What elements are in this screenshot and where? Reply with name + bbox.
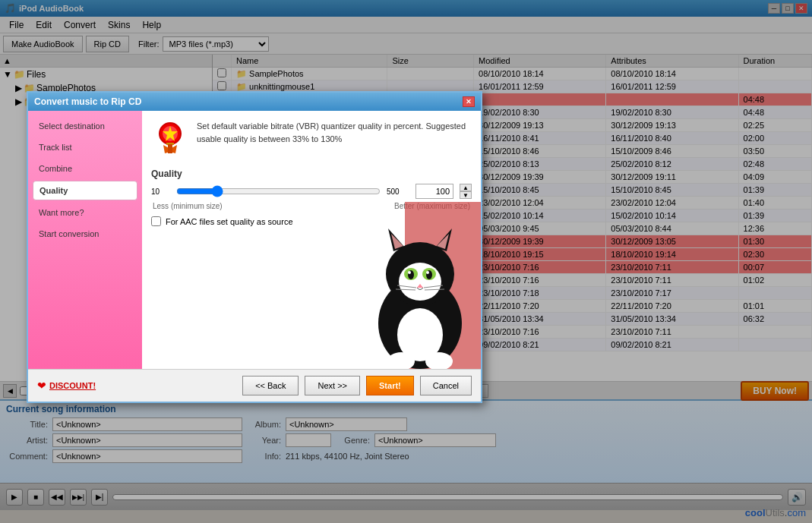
discount-link[interactable]: ❤ DISCOUNT! bbox=[37, 380, 96, 392]
dialog-content: Set default variable bitrate (VBR) quant… bbox=[142, 111, 481, 369]
start-button[interactable]: Start! bbox=[366, 376, 414, 395]
sidebar-item-destination[interactable]: Select destination bbox=[33, 117, 137, 135]
award-icon bbox=[151, 120, 189, 158]
aac-label: For AAC files set quality as source bbox=[166, 217, 293, 226]
back-button[interactable]: << Back bbox=[242, 376, 299, 395]
sidebar-item-quality[interactable]: Quality bbox=[33, 181, 137, 200]
svg-point-10 bbox=[399, 263, 441, 301]
quality-slider[interactable] bbox=[176, 186, 381, 197]
dialog-body: Select destination Track list Combine Qu… bbox=[28, 111, 481, 369]
dialog-close-button[interactable]: ✕ bbox=[463, 96, 475, 107]
sidebar-item-start-conversion[interactable]: Start conversion bbox=[33, 225, 137, 243]
quality-number-input[interactable] bbox=[415, 184, 453, 199]
heart-icon: ❤ bbox=[37, 380, 46, 392]
slider-row: 10 500 ▲ ▼ bbox=[151, 184, 472, 199]
sidebar-item-want-more[interactable]: Want more? bbox=[33, 203, 137, 222]
sidebar-item-combine[interactable]: Combine bbox=[33, 159, 137, 178]
discount-label: DISCOUNT! bbox=[49, 381, 96, 390]
convert-dialog: Convert music to Rip CD ✕ Select destina… bbox=[27, 91, 482, 403]
less-label: Less (minimum size) bbox=[153, 202, 223, 210]
slider-min-value: 10 bbox=[151, 187, 170, 196]
aac-checkbox[interactable] bbox=[151, 216, 161, 226]
svg-rect-5 bbox=[168, 144, 172, 153]
svg-point-20 bbox=[426, 271, 429, 274]
next-button[interactable]: Next >> bbox=[305, 376, 360, 395]
quality-section-title: Quality bbox=[151, 169, 472, 179]
modal-overlay: Convert music to Rip CD ✕ Select destina… bbox=[0, 0, 812, 523]
spinner-up-button[interactable]: ▲ bbox=[460, 184, 472, 191]
quality-info: Set default variable bitrate (VBR) quant… bbox=[151, 120, 472, 158]
spinner-down-button[interactable]: ▼ bbox=[460, 191, 472, 199]
cancel-button[interactable]: Cancel bbox=[420, 376, 472, 395]
dialog-footer: ❤ DISCOUNT! << Back Next >> Start! Cance… bbox=[28, 369, 481, 402]
cat-image bbox=[344, 202, 481, 369]
svg-point-19 bbox=[408, 271, 411, 274]
dialog-sidebar: Select destination Track list Combine Qu… bbox=[28, 111, 142, 369]
dialog-title: Convert music to Rip CD bbox=[34, 96, 141, 107]
slider-max-value: 500 bbox=[387, 187, 409, 196]
dialog-title-bar: Convert music to Rip CD ✕ bbox=[28, 93, 481, 111]
quality-description: Set default variable bitrate (VBR) quant… bbox=[197, 120, 472, 158]
sidebar-item-tracklist[interactable]: Track list bbox=[33, 138, 137, 156]
